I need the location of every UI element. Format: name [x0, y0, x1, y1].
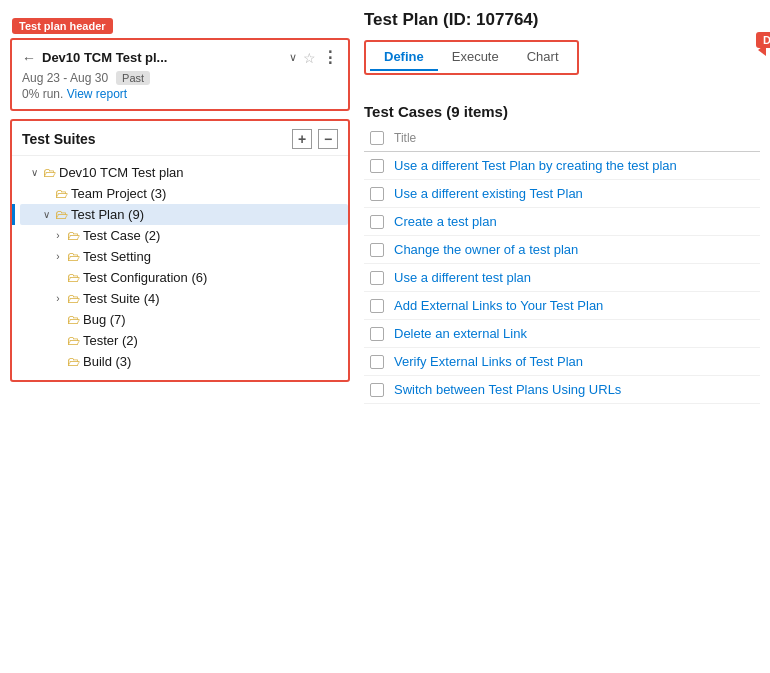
- folder-icon: 🗁: [55, 186, 68, 201]
- test-suites-box: Test Suites + − ∨ 🗁 Dev10 TCM Test plan: [10, 119, 350, 382]
- case-link[interactable]: Use a different test plan: [394, 270, 531, 285]
- suite-item-label: Build (3): [83, 354, 131, 369]
- cases-header-row: Title: [364, 128, 760, 152]
- folder-icon: 🗁: [43, 165, 56, 180]
- table-row[interactable]: Use a different existing Test Plan: [364, 180, 760, 208]
- tab-execute[interactable]: Execute: [438, 44, 513, 71]
- plan-id-title: Test Plan (ID: 107764): [364, 10, 760, 30]
- suite-item-label: Tester (2): [83, 333, 138, 348]
- table-row[interactable]: Create a test plan: [364, 208, 760, 236]
- list-item[interactable]: 🗁 Bug (7): [20, 309, 348, 330]
- case-link[interactable]: Delete an external Link: [394, 326, 527, 341]
- tab-define[interactable]: Define: [370, 44, 438, 71]
- list-item[interactable]: 🗁 Build (3): [20, 351, 348, 372]
- case-checkbox[interactable]: [370, 355, 384, 369]
- date-range: Aug 23 - Aug 30: [22, 71, 108, 85]
- list-item[interactable]: 🗁 Team Project (3): [20, 183, 348, 204]
- folder-icon: 🗁: [67, 312, 80, 327]
- list-item[interactable]: › 🗁 Test Setting: [20, 246, 348, 267]
- suite-item-label: Test Configuration (6): [83, 270, 207, 285]
- tab-chart[interactable]: Chart: [513, 44, 573, 71]
- case-link[interactable]: Use a different existing Test Plan: [394, 186, 583, 201]
- suite-item-label: Test Setting: [83, 249, 151, 264]
- title-column-header: Title: [394, 131, 416, 145]
- table-row[interactable]: Add External Links to Your Test Plan: [364, 292, 760, 320]
- progress-row: 0% run. View report: [22, 87, 338, 101]
- favorite-icon[interactable]: ☆: [303, 50, 316, 66]
- suite-item-label: Dev10 TCM Test plan: [59, 165, 184, 180]
- folder-icon: 🗁: [67, 249, 80, 264]
- folder-icon: 🗁: [67, 291, 80, 306]
- case-link[interactable]: Switch between Test Plans Using URLs: [394, 382, 621, 397]
- case-link[interactable]: Add External Links to Your Test Plan: [394, 298, 603, 313]
- expand-icon: ∨: [40, 209, 52, 220]
- case-checkbox[interactable]: [370, 383, 384, 397]
- left-panel: Test plan header ← Dev10 TCM Test pl... …: [10, 10, 350, 663]
- test-plan-header: Test plan header ← Dev10 TCM Test pl... …: [10, 38, 350, 111]
- suites-actions: + −: [292, 129, 338, 149]
- suite-item-label: Test Suite (4): [83, 291, 160, 306]
- case-checkbox[interactable]: [370, 271, 384, 285]
- list-item[interactable]: › 🗁 Test Suite (4): [20, 288, 348, 309]
- case-link[interactable]: Use a different Test Plan by creating th…: [394, 158, 677, 173]
- more-options-icon[interactable]: ⋮: [322, 48, 338, 67]
- suite-item-label: Bug (7): [83, 312, 126, 327]
- collapse-suite-button[interactable]: −: [318, 129, 338, 149]
- case-checkbox[interactable]: [370, 327, 384, 341]
- view-report-link[interactable]: View report: [67, 87, 127, 101]
- list-item[interactable]: ∨ 🗁 Test Plan (9): [20, 204, 348, 225]
- table-row[interactable]: Change the owner of a test plan: [364, 236, 760, 264]
- table-row[interactable]: Delete an external Link: [364, 320, 760, 348]
- plan-meta-row: Aug 23 - Aug 30 Past: [22, 71, 338, 85]
- expand-icon: ›: [52, 230, 64, 241]
- case-checkbox[interactable]: [370, 243, 384, 257]
- back-button[interactable]: ←: [22, 50, 36, 66]
- suite-item-label: Test Plan (9): [71, 207, 144, 222]
- folder-icon: 🗁: [67, 333, 80, 348]
- case-checkbox[interactable]: [370, 187, 384, 201]
- list-item[interactable]: 🗁 Test Configuration (6): [20, 267, 348, 288]
- case-link[interactable]: Verify External Links of Test Plan: [394, 354, 583, 369]
- table-row[interactable]: Use a different Test Plan by creating th…: [364, 152, 760, 180]
- progress-text: 0% run.: [22, 87, 63, 101]
- table-row[interactable]: Use a different test plan: [364, 264, 760, 292]
- case-link[interactable]: Create a test plan: [394, 214, 497, 229]
- folder-icon: 🗁: [55, 207, 68, 222]
- past-badge: Past: [116, 71, 150, 85]
- case-checkbox[interactable]: [370, 215, 384, 229]
- cases-section-title: Test Cases (9 items): [364, 103, 760, 120]
- folder-icon: 🗁: [67, 270, 80, 285]
- expand-icon: ∨: [28, 167, 40, 178]
- case-link[interactable]: Change the owner of a test plan: [394, 242, 578, 257]
- expand-icon: ›: [52, 251, 64, 262]
- folder-icon: 🗁: [67, 354, 80, 369]
- case-checkbox[interactable]: [370, 159, 384, 173]
- select-all-checkbox[interactable]: [370, 131, 384, 145]
- add-suite-button[interactable]: +: [292, 129, 312, 149]
- suite-item-label: Team Project (3): [71, 186, 166, 201]
- list-item[interactable]: › 🗁 Test Case (2): [20, 225, 348, 246]
- suite-item-label: Test Case (2): [83, 228, 160, 243]
- suites-title: Test Suites: [22, 131, 96, 147]
- plan-dropdown-icon[interactable]: ∨: [289, 51, 297, 64]
- folder-icon: 🗁: [67, 228, 80, 243]
- callout-arrow: [758, 44, 766, 56]
- header-callout-label: Test plan header: [12, 18, 113, 34]
- table-row[interactable]: Switch between Test Plans Using URLs: [364, 376, 760, 404]
- expand-icon: ›: [52, 293, 64, 304]
- case-checkbox[interactable]: [370, 299, 384, 313]
- plan-nav-row: ← Dev10 TCM Test pl... ∨ ☆ ⋮: [22, 48, 338, 67]
- right-panel: Test Plan (ID: 107764) Define Execute Ch…: [360, 10, 760, 663]
- plan-title: Dev10 TCM Test pl...: [42, 50, 283, 65]
- tabs-container: Define Execute Chart: [364, 40, 579, 75]
- table-row[interactable]: Verify External Links of Test Plan: [364, 348, 760, 376]
- test-cases-section: Test Cases (9 items) Title Use a differe…: [364, 103, 760, 404]
- suites-tree: ∨ 🗁 Dev10 TCM Test plan 🗁 Team Project (…: [12, 162, 348, 372]
- suites-header: Test Suites + −: [12, 129, 348, 156]
- list-item[interactable]: ∨ 🗁 Dev10 TCM Test plan: [20, 162, 348, 183]
- list-item[interactable]: 🗁 Tester (2): [20, 330, 348, 351]
